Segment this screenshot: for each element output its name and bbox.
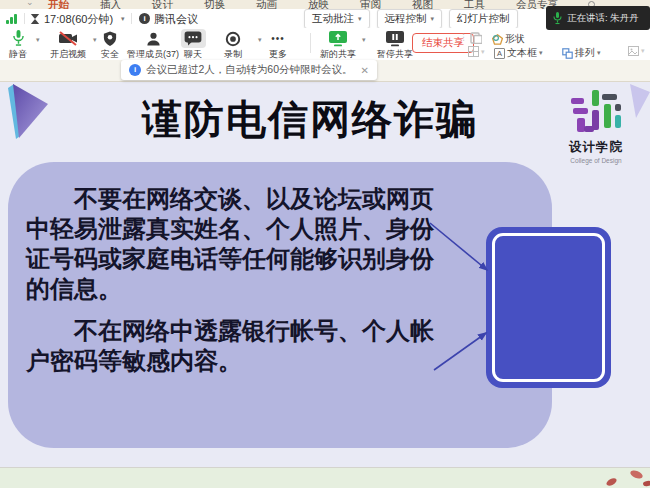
ribbon-tab-view[interactable]: 视图 <box>412 0 433 9</box>
meeting-toolbar: 静音 ▾ 开启视频 ▾ 安全 管理成员(37) <box>0 28 650 60</box>
close-icon[interactable]: ✕ <box>361 65 369 76</box>
flower-petal <box>643 480 650 486</box>
divider <box>310 33 311 53</box>
chat-bubble-icon <box>184 31 202 46</box>
chevron-down-icon[interactable]: ▾ <box>121 15 125 23</box>
arrange-icon <box>562 48 573 59</box>
chevron-down-icon[interactable]: ▾ <box>362 36 366 44</box>
meeting-float-buttons: 互动批注 ▾ 远程控制 ▾ 幻灯片控制 <box>304 9 518 29</box>
shape-tool-label: 形状 <box>505 32 525 46</box>
chevron-down-icon: ▾ <box>641 47 645 55</box>
slide-control-button[interactable]: 幻灯片控制 <box>449 9 518 29</box>
shield-icon <box>103 31 117 47</box>
remote-control-button-label: 远程控制 <box>385 12 427 26</box>
ribbon-tab-tools[interactable]: 工具 <box>464 0 485 9</box>
divider <box>24 13 25 24</box>
speaking-indicator: 正在讲话: 朱丹丹 <box>546 6 650 30</box>
chevron-down-icon: ▾ <box>481 48 485 56</box>
ribbon-tab-review[interactable]: 审阅 <box>360 0 381 9</box>
microphone-icon <box>553 12 562 25</box>
drag-handle-icon[interactable]: ⋮ <box>459 33 468 42</box>
ribbon-tab-transition[interactable]: 切换 <box>204 0 225 9</box>
ribbon-tab-animation[interactable]: 动画 <box>256 0 277 9</box>
paste-icon[interactable] <box>470 32 482 44</box>
chevron-down-icon: ▾ <box>358 15 362 23</box>
ribbon-tab-home[interactable]: 开始 <box>48 0 69 9</box>
person-icon <box>146 31 161 47</box>
annotation-button[interactable]: 互动批注 ▾ <box>304 9 370 29</box>
shape-icon <box>492 34 503 45</box>
new-share-button[interactable]: 新的共享 <box>313 30 363 61</box>
arrange-tool[interactable]: 排列 ▾ <box>562 46 601 60</box>
info-icon: i <box>139 13 150 24</box>
drag-handle-glyph: ⋮ <box>459 33 468 42</box>
ribbon-tab-slideshow[interactable]: 放映 <box>308 0 329 9</box>
arrange-tool-label: 排列 <box>575 46 595 60</box>
divider <box>131 13 132 24</box>
notification-text: 会议已超过2人，自动转为60分钟限时会议。 <box>146 63 353 77</box>
pause-share-icon <box>386 31 404 47</box>
connector-arrows <box>0 82 650 467</box>
speaking-indicator-label: 正在讲话: 朱丹丹 <box>567 12 639 25</box>
chevron-down-icon: ▾ <box>597 49 601 57</box>
chevron-down-icon: ▾ <box>539 49 543 57</box>
more-button[interactable]: ••• 更多 <box>253 30 303 61</box>
mute-button[interactable]: 静音 <box>0 30 36 61</box>
shared-slide: 谨防电信网络诈骗 设计学院 College of Design 不要在网络交谈、… <box>0 82 650 467</box>
network-signal-icon <box>6 14 17 24</box>
hourglass-icon <box>30 13 40 25</box>
info-icon: i <box>129 64 141 76</box>
record-icon <box>225 31 241 47</box>
flower-petal <box>629 469 644 480</box>
remote-control-button[interactable]: 远程控制 ▾ <box>377 9 443 29</box>
screen: ⌄ 开始 插入 设计 切换 动画 放映 审阅 视图 工具 会员专享 17:08(… <box>0 0 650 488</box>
meeting-app-name: 腾讯会议 <box>154 12 198 27</box>
microphone-icon <box>12 30 25 47</box>
chevron-down-icon[interactable]: ▾ <box>36 36 40 44</box>
more-dots-icon: ••• <box>253 30 303 47</box>
screen-share-icon <box>329 31 347 47</box>
ribbon-tab-design[interactable]: 设计 <box>152 0 173 9</box>
picture-tool[interactable]: ▾ <box>628 46 645 56</box>
shape-tool[interactable]: 形状 <box>492 32 528 46</box>
textbox-tool[interactable]: A 文本框 ▾ <box>494 46 543 60</box>
chevron-down-icon: ▾ <box>431 15 435 23</box>
camera-off-icon <box>59 31 78 46</box>
slide-control-button-label: 幻灯片控制 <box>457 12 510 26</box>
annotation-button-label: 互动批注 <box>312 12 354 26</box>
chevron-down-icon[interactable]: ⌄ <box>26 0 34 7</box>
desktop-wallpaper-strip <box>0 467 650 488</box>
textbox-icon: A <box>494 48 505 59</box>
ribbon-tab-insert[interactable]: 插入 <box>100 0 121 9</box>
meeting-notification: i 会议已超过2人，自动转为60分钟限时会议。 ✕ <box>121 60 377 80</box>
align-dropdown[interactable]: ▾ <box>468 46 485 57</box>
meeting-timer[interactable]: 17:08(60分钟) <box>44 12 113 27</box>
grid-icon <box>468 46 479 57</box>
record-button[interactable]: 录制 <box>208 30 258 61</box>
flower-petal <box>605 477 618 487</box>
textbox-tool-label: 文本框 <box>507 46 537 60</box>
picture-icon <box>628 46 639 56</box>
